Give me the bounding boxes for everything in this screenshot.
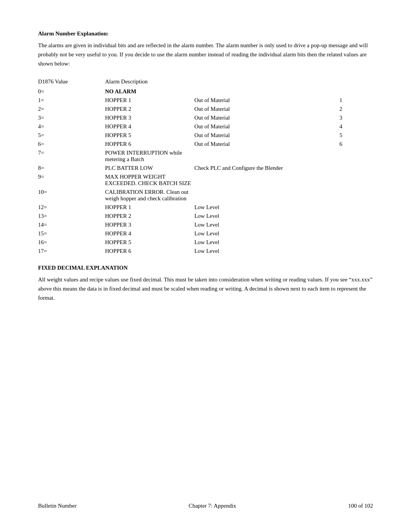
alarm-value: 14= [38,220,105,229]
alarm-number [339,203,373,212]
alarm-value: 9= [38,173,105,188]
alarm-number: 3 [339,113,373,122]
alarm-hopper: HOPPER 3 [105,113,194,122]
alarm-intro: The alarms are given in individual bits … [38,41,373,68]
alarm-hopper: HOPPER 6 [105,247,194,256]
alarm-value: 17= [38,247,105,256]
alarm-hopper: HOPPER 2 [105,212,194,220]
alarm-number [339,212,373,220]
alarm-value: 10= [38,188,105,203]
alarm-hopper: HOPPER 5 [105,238,194,247]
alarm-number [339,229,373,238]
alarm-description: Low Level [194,247,339,256]
table-row: 9=MAX HOPPER WEIGHT EXCEEDED. CHECK BATC… [38,173,373,188]
alarm-number [339,164,373,173]
alarm-number [339,188,373,203]
alarm-hopper: HOPPER 1 [105,96,194,105]
table-row: 16=HOPPER 5Low Level [38,238,373,247]
footer-right: 100 of 102 [348,503,373,509]
alarm-value: 1= [38,96,105,105]
alarm-value: 6= [38,140,105,149]
alarm-number: 6 [339,140,373,149]
fixed-decimal-text: All weight values and recipe values use … [38,275,373,302]
page: Alarm Number Explanation: The alarms are… [0,0,411,532]
alarm-hopper: CALIBRATION ERROR. Clean out weigh hoppe… [105,188,194,203]
alarm-hopper: HOPPER 1 [105,203,194,212]
alarm-heading: Alarm Number Explanation: [38,30,373,37]
alarm-hopper: NO ALARM [105,87,373,96]
alarm-hopper: HOPPER 4 [105,122,194,131]
alarm-value: 16= [38,238,105,247]
alarm-value: 15= [38,229,105,238]
alarm-hopper: HOPPER 4 [105,229,194,238]
alarm-description: Low Level [194,212,339,220]
alarm-table: D1876 Value Alarm Description 0=NO ALARM… [38,77,373,256]
table-header-row: D1876 Value Alarm Description [38,77,373,87]
alarm-value: 7= [38,149,105,164]
col-header-value: D1876 Value [38,77,105,87]
alarm-value: 0= [38,87,105,96]
table-row: 0=NO ALARM [38,87,373,96]
alarm-table-container: D1876 Value Alarm Description 0=NO ALARM… [38,77,373,256]
alarm-hopper: HOPPER 2 [105,105,194,113]
alarm-description: Low Level [194,203,339,212]
alarm-description: Low Level [194,229,339,238]
table-row: 12=HOPPER 1Low Level [38,203,373,212]
alarm-description: Out of Material [194,122,339,131]
footer-center: Chapter 7: Appendix [189,503,236,509]
alarm-hopper: HOPPER 5 [105,131,194,140]
alarm-number [339,238,373,247]
table-row: 3=HOPPER 3Out of Material3 [38,113,373,122]
alarm-value: 12= [38,203,105,212]
alarm-hopper: POWER INTERRUPTION while metering a Batc… [105,149,194,164]
table-row: 13=HOPPER 2Low Level [38,212,373,220]
col-header-desc: Alarm Description [105,77,194,87]
table-row: 8=PLC BATTER LOWCheck PLC and Configure … [38,164,373,173]
alarm-number: 1 [339,96,373,105]
col-header-empty1 [194,77,339,87]
table-row: 15=HOPPER 4Low Level [38,229,373,238]
alarm-number [339,220,373,229]
alarm-hopper: HOPPER 3 [105,220,194,229]
table-row: 14=HOPPER 3Low Level [38,220,373,229]
alarm-number: 4 [339,122,373,131]
alarm-description: Out of Material [194,96,339,105]
table-row: 2=HOPPER 2Out of Material2 [38,105,373,113]
alarm-description: Out of Material [194,113,339,122]
alarm-description: Out of Material [194,131,339,140]
table-row: 10=CALIBRATION ERROR. Clean out weigh ho… [38,188,373,203]
alarm-number [339,173,373,188]
alarm-description: Low Level [194,238,339,247]
table-row: 6=HOPPER 6Out of Material6 [38,140,373,149]
alarm-value: 8= [38,164,105,173]
alarm-value: 2= [38,105,105,113]
footer-left: Bulletin Number [38,503,76,509]
alarm-description [194,173,339,188]
col-header-empty2 [339,77,373,87]
alarm-description: Out of Material [194,105,339,113]
alarm-description: Low Level [194,220,339,229]
alarm-number [339,149,373,164]
alarm-value: 3= [38,113,105,122]
alarm-section: Alarm Number Explanation: The alarms are… [38,30,373,256]
alarm-description: Out of Material [194,140,339,149]
alarm-value: 4= [38,122,105,131]
table-row: 1=HOPPER 1Out of Material1 [38,96,373,105]
table-row: 5=HOPPER 5Out of Material5 [38,131,373,140]
table-row: 7=POWER INTERRUPTION while metering a Ba… [38,149,373,164]
alarm-number: 5 [339,131,373,140]
alarm-number: 2 [339,105,373,113]
footer: Bulletin Number Chapter 7: Appendix 100 … [38,503,373,509]
fixed-decimal-heading: FIXED DECIMAL EXPLANATION [38,265,373,271]
alarm-value: 13= [38,212,105,220]
alarm-hopper: PLC BATTER LOW [105,164,194,173]
alarm-value: 5= [38,131,105,140]
alarm-hopper: MAX HOPPER WEIGHT EXCEEDED. CHECK BATCH … [105,173,194,188]
table-row: 4=HOPPER 4Out of Material4 [38,122,373,131]
alarm-description [194,188,339,203]
alarm-description [194,149,339,164]
alarm-description: Check PLC and Configure the Blender [194,164,339,173]
alarm-hopper: HOPPER 6 [105,140,194,149]
table-row: 17=HOPPER 6Low Level [38,247,373,256]
alarm-number [339,247,373,256]
